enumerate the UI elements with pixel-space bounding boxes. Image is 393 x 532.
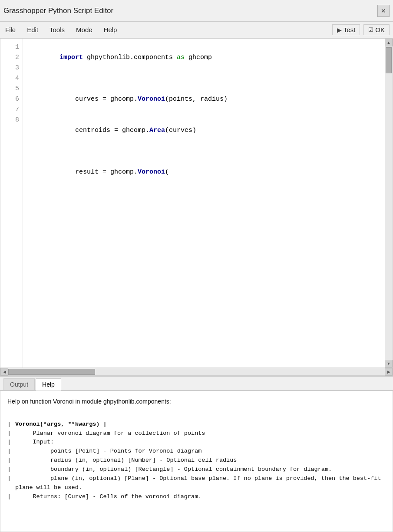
help-line-points: | points [Point] - Points for Voronoi di… — [7, 447, 386, 456]
menu-items: File Edit Tools Mode Help — [3, 25, 332, 34]
help-line-plane: | plane (in, optional) [Plane] - Optiona… — [7, 474, 386, 493]
ok-label: OK — [375, 26, 385, 33]
horizontal-scrollbar[interactable]: ◀ ▶ — [0, 368, 393, 375]
method-voronoi-2: Voronoi — [138, 168, 165, 176]
code-line-5 — [28, 146, 380, 157]
help-line-desc: | Planar voronoi diagram for a collectio… — [7, 429, 386, 438]
close-button[interactable]: ✕ — [377, 5, 390, 17]
play-icon: ▶ — [337, 26, 342, 33]
menu-mode[interactable]: Mode — [74, 25, 94, 34]
line-num-3: 3 — [0, 63, 23, 73]
help-line-input-header: | Input: — [7, 438, 386, 447]
line-num-5: 5 — [0, 84, 23, 94]
ok-button[interactable]: ☑ OK — [363, 24, 390, 35]
code-line-3: curves = ghcomp.Voronoi(points, radius) — [28, 84, 380, 115]
help-line-boundary: | boundary (in, optional) [Rectangle] - … — [7, 465, 386, 474]
line-num-4: 4 — [0, 73, 23, 84]
bottom-panel: Output Help Help on function Voronoi in … — [0, 376, 393, 532]
app-title: Grasshopper Python Script Editor — [3, 7, 113, 15]
line-num-2: 2 — [0, 53, 23, 63]
menu-tools[interactable]: Tools — [48, 25, 66, 34]
tab-output[interactable]: Output — [3, 378, 35, 390]
h-scroll-thumb[interactable] — [8, 369, 95, 375]
h-scroll-track[interactable] — [8, 368, 385, 375]
menu-file[interactable]: File — [3, 25, 17, 34]
scroll-left-button[interactable]: ◀ — [0, 368, 8, 376]
vertical-scrollbar[interactable]: ▲ ▼ — [385, 39, 393, 368]
method-area: Area — [149, 127, 165, 134]
check-icon: ☑ — [368, 26, 373, 33]
code-line-6: result = ghcomp.Voronoi( — [28, 157, 380, 188]
scroll-right-button[interactable]: ▶ — [385, 368, 393, 376]
scroll-down-button[interactable]: ▼ — [385, 360, 393, 368]
toolbar-right: ▶ Test ☑ OK — [332, 24, 390, 35]
code-line-1: import ghpythonlib.components as ghcomp — [28, 42, 380, 73]
line-num-8: 8 — [0, 115, 23, 125]
help-line-radius: | radius (in, optional) [Number] - Optio… — [7, 456, 386, 465]
help-heading: Help on function Voronoi in module ghpyt… — [7, 397, 386, 407]
test-label: Test — [343, 26, 356, 33]
method-voronoi-1: Voronoi — [138, 95, 165, 103]
code-editor[interactable]: import ghpythonlib.components as ghcomp … — [23, 39, 385, 368]
test-button[interactable]: ▶ Test — [332, 24, 360, 35]
scroll-thumb[interactable] — [386, 47, 392, 73]
menu-bar: File Edit Tools Mode Help ▶ Test ☑ OK — [0, 22, 393, 38]
tab-bar: Output Help — [0, 377, 393, 391]
code-line-7 — [28, 188, 380, 198]
help-panel: Help on function Voronoi in module ghpyt… — [0, 391, 393, 532]
help-line-blank — [7, 411, 386, 420]
tab-help-label: Help — [42, 381, 55, 388]
line-numbers: 1 2 3 4 5 6 7 8 — [0, 39, 23, 368]
line-num-1: 1 — [0, 42, 23, 53]
editor-container: 1 2 3 4 5 6 7 8 import ghpythonlib.compo… — [0, 38, 393, 376]
line-num-6: 6 — [0, 94, 23, 105]
line-num-7: 7 — [0, 105, 23, 115]
help-line-returns: | Returns: [Curve] - Cells of the vorono… — [7, 493, 386, 502]
code-line-2 — [28, 73, 380, 84]
title-bar: Grasshopper Python Script Editor ✕ — [0, 0, 393, 22]
keyword-as: as — [177, 54, 185, 61]
help-line-signature: | Voronoi(*args, **kwargs) | — [7, 420, 386, 429]
code-line-4: centroids = ghcomp.Area(curves) — [28, 115, 380, 146]
editor-scroll-area: 1 2 3 4 5 6 7 8 import ghpythonlib.compo… — [0, 39, 393, 368]
tab-output-label: Output — [10, 381, 28, 388]
scroll-up-button[interactable]: ▲ — [385, 39, 393, 46]
menu-help[interactable]: Help — [102, 25, 119, 34]
code-line-8 — [28, 198, 380, 209]
menu-edit[interactable]: Edit — [25, 25, 40, 34]
tab-help[interactable]: Help — [36, 378, 61, 391]
keyword-import: import — [59, 54, 83, 61]
